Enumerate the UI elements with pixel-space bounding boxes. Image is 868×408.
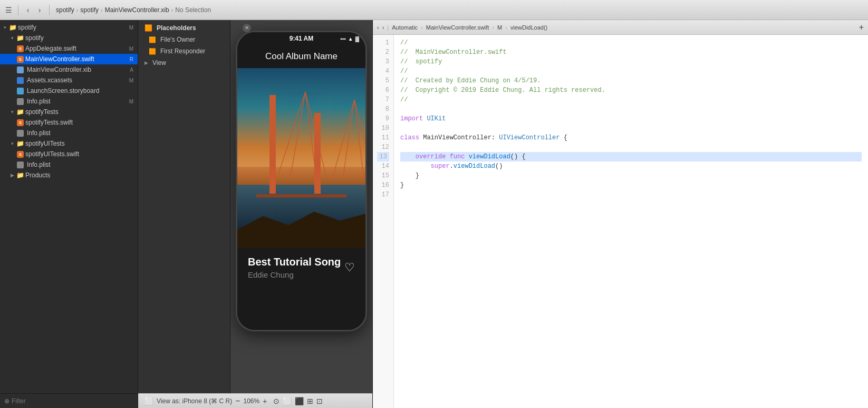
ib-bottom-icon-3[interactable]: ⬛ — [295, 397, 304, 405]
code-line-11: class MainViewController: UIViewControll… — [400, 133, 862, 143]
ib-zoom-minus[interactable]: − — [235, 396, 240, 406]
code-line-7: // — [400, 95, 862, 105]
tree-item-tests[interactable]: ▾ 📁 spotifyTests — [0, 107, 138, 117]
badge-mainvc: R — [130, 56, 136, 62]
tree-item-launch[interactable]: LaunchScreen.storyboard — [0, 86, 138, 96]
tree-label-spotify: spotify — [25, 34, 44, 42]
code-token: viewDidLoad — [454, 162, 495, 171]
code-token: () — [495, 162, 503, 171]
ib-placeholders-icon: 🟧 — [144, 24, 152, 32]
tree-label-tests-swift: spotifyTests.swift — [25, 119, 73, 126]
code-line-15: } — [400, 171, 862, 181]
badge-appdelegate: M — [129, 46, 136, 52]
editor-bc-automatic[interactable]: Automatic — [392, 24, 418, 31]
editor-bc-func[interactable]: viewDidLoad() — [510, 24, 547, 31]
bc-xib[interactable]: MainViewController.xib — [105, 6, 169, 14]
ib-bottom-icon-5[interactable]: ⊡ — [316, 397, 323, 405]
toolbar-icons-left: ☰ ‹ › — [4, 5, 52, 15]
ib-filesowner[interactable]: 🟧 File's Owner — [138, 34, 230, 45]
code-token: // spotify — [400, 57, 442, 67]
code-line-10 — [400, 124, 862, 133]
tree-label-tests-plist: Info.plist — [27, 129, 51, 137]
badge-assets: M — [129, 78, 136, 83]
editor-sep-3: › — [492, 24, 494, 31]
toolbar-sep-2 — [49, 5, 50, 15]
bridge-container — [237, 68, 365, 248]
ib-view[interactable]: ▶ View — [138, 57, 230, 69]
bc-spotify[interactable]: spotify — [56, 6, 74, 14]
ib-outline: 🟧 Placeholders 🟧 File's Owner 🟧 First Re… — [138, 20, 230, 393]
song-artist: Eddie Chung — [248, 270, 341, 279]
tree-item-tests-swift[interactable]: S spotifyTests.swift — [0, 117, 138, 128]
heart-icon[interactable]: ♡ — [344, 261, 355, 274]
tree-item-uitests-plist[interactable]: Info.plist — [0, 159, 138, 170]
tree-item-assets[interactable]: Assets.xcassets M — [0, 75, 138, 86]
tree-item-mainxib[interactable]: MainViewController.xib A — [0, 64, 138, 75]
bottom-filter: ⊕ — [0, 393, 138, 408]
right-panel: ‹ › | Automatic › MainViewController.swi… — [373, 20, 868, 408]
ln-13: 13 — [377, 152, 389, 162]
tree-label-launch: LaunchScreen.storyboard — [27, 87, 99, 94]
code-line-4: // — [400, 67, 862, 76]
back-icon[interactable]: ‹ — [24, 6, 32, 14]
tree-item-spotify[interactable]: ▾ 📁 spotify — [0, 33, 138, 43]
main-layout: ▾ 📁 spotify M ▾ 📁 spotify S AppDelegate.… — [0, 20, 868, 408]
folder-icon-spotify: 📁 — [16, 34, 24, 42]
tree-item-uitests-swift[interactable]: S spotifyUITests.swift — [0, 149, 138, 159]
editor-back-icon[interactable]: ‹ — [377, 24, 379, 31]
ib-firstresponder-icon: 🟧 — [149, 48, 156, 55]
ib-zoom-plus[interactable]: + — [263, 397, 267, 405]
bc-nosel: No Selection — [175, 6, 211, 14]
tree-item-root[interactable]: ▾ 📁 spotify M — [0, 22, 138, 33]
editor-forward-icon[interactable]: › — [382, 24, 384, 31]
sidebar-toggle-icon[interactable]: ☰ — [4, 6, 13, 14]
tree-item-appdelegate[interactable]: S AppDelegate.swift M — [0, 43, 138, 54]
ib-bottom-bar: ⬜ View as: iPhone 8 (⌘ C R) − 106% + ⊙ ⬜… — [138, 393, 372, 408]
swift-icon-uitests: S — [17, 151, 24, 158]
bc-sep-2: › — [101, 7, 103, 13]
code-token: // MainViewController.swift — [400, 48, 507, 57]
canvas-close-icon[interactable]: ✕ — [243, 24, 251, 32]
ib-bottom-icon-4[interactable]: ⊞ — [307, 397, 313, 405]
tree-label-products: Products — [25, 172, 50, 179]
tree-item-tests-plist[interactable]: Info.plist — [0, 128, 138, 138]
code-token: MainViewController: — [419, 133, 499, 143]
editor-bc-filename[interactable]: MainViewController.swift — [426, 24, 489, 31]
ln-4: 4 — [377, 67, 389, 76]
svg-line-2 — [305, 92, 316, 179]
toolbar-sep-1 — [18, 5, 18, 15]
code-editor[interactable]: 1 2 3 4 5 6 7 8 9 10 11 12 13 14 15 16 1… — [373, 35, 868, 408]
ib-filesowner-icon: 🟧 — [149, 36, 156, 43]
ib-bottom-icon-2[interactable]: ⬜ — [283, 397, 292, 405]
breadcrumb-bar: spotify › spotify › MainViewController.x… — [56, 6, 864, 14]
song-text: Best Tutorial Song Eddie Chung — [248, 256, 341, 279]
ib-placeholders-header: 🟧 Placeholders — [138, 22, 230, 34]
code-line-13: override func viewDidLoad () { — [400, 152, 862, 162]
editor-add-button[interactable]: + — [859, 23, 864, 32]
code-token — [400, 162, 431, 171]
folder-icon-uitests: 📁 — [16, 140, 24, 147]
bc-spotify2[interactable]: spotify — [80, 6, 99, 14]
svg-line-0 — [277, 92, 305, 179]
ib-bottom-icon-1[interactable]: ⊙ — [273, 397, 279, 405]
tree-item-products[interactable]: ▶ 📁 Products — [0, 170, 138, 181]
forward-icon[interactable]: › — [35, 6, 44, 14]
storyboard-icon — [17, 88, 24, 94]
battery-icon: ▓ — [355, 36, 359, 42]
code-token: class — [400, 133, 419, 143]
code-token: { — [560, 133, 567, 143]
filter-input[interactable] — [12, 397, 133, 405]
tree-item-infoplist1[interactable]: Info.plist M — [0, 96, 138, 107]
tree-item-mainvc[interactable]: S MainViewController.swift R — [0, 54, 138, 64]
svg-line-3 — [305, 92, 327, 179]
code-line-9: import UIKit — [400, 114, 862, 124]
code-token: import — [400, 114, 423, 124]
editor-bc-m[interactable]: M — [497, 24, 502, 31]
tree-item-uitests[interactable]: ▾ 📁 spotifyUITests — [0, 138, 138, 149]
ib-firstresponder[interactable]: 🟧 First Responder — [138, 45, 230, 57]
code-line-8 — [400, 105, 862, 114]
xcassets-icon — [17, 77, 24, 84]
code-token: // — [400, 95, 408, 105]
code-content[interactable]: // // MainViewController.swift // spotif… — [394, 35, 868, 408]
ib-canvas[interactable]: ✕ 9:41 AM ▪▪▪ ▲ ▓ Cool Album Name — [230, 20, 372, 393]
